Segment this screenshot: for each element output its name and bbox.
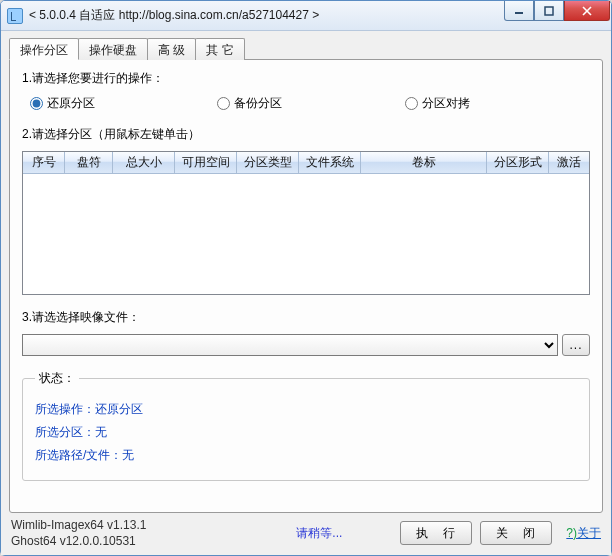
status-legend: 状态： <box>35 370 79 387</box>
execute-button[interactable]: 执 行 <box>400 521 472 545</box>
about-label: 关于 <box>577 526 601 540</box>
grid-body[interactable] <box>23 174 589 294</box>
col-active[interactable]: 激活 <box>549 152 589 174</box>
col-label[interactable]: 卷标 <box>361 152 487 174</box>
image-file-combo[interactable] <box>22 334 558 356</box>
window-title: < 5.0.0.4 自适应 http://blog.sina.com.cn/a5… <box>29 7 504 24</box>
minimize-icon <box>514 6 524 16</box>
radio-clone-label: 分区对拷 <box>422 95 470 112</box>
tab-disk-ops[interactable]: 操作硬盘 <box>78 38 148 60</box>
tab-pane-partition: 1.请选择您要进行的操作： 还原分区 备份分区 分区对拷 2.请选择分区（用鼠标… <box>9 59 603 513</box>
section2-label: 2.请选择分区（用鼠标左键单击） <box>22 126 590 143</box>
footer: Wimlib-Imagex64 v1.13.1 Ghost64 v12.0.0.… <box>9 513 603 551</box>
status-op: 所选操作：还原分区 <box>35 401 577 418</box>
version-wimlib: Wimlib-Imagex64 v1.13.1 <box>11 517 146 533</box>
tab-advanced[interactable]: 高 级 <box>147 38 196 60</box>
radio-clone[interactable] <box>405 97 418 110</box>
col-letter[interactable]: 盘符 <box>65 152 113 174</box>
grid-header-row: 序号 盘符 总大小 可用空间 分区类型 文件系统 卷标 分区形式 激活 <box>23 152 589 174</box>
operation-radio-row: 还原分区 备份分区 分区对拷 <box>22 95 590 126</box>
tab-strip: 操作分区 操作硬盘 高 级 其 它 <box>9 38 603 60</box>
col-total[interactable]: 总大小 <box>113 152 175 174</box>
col-free[interactable]: 可用空间 <box>175 152 237 174</box>
status-part: 所选分区：无 <box>35 424 577 441</box>
titlebar[interactable]: < 5.0.0.4 自适应 http://blog.sina.com.cn/a5… <box>1 1 611 31</box>
status-path: 所选路径/文件：无 <box>35 447 577 464</box>
col-scheme[interactable]: 分区形式 <box>487 152 549 174</box>
svg-rect-1 <box>545 7 553 15</box>
client-area: 操作分区 操作硬盘 高 级 其 它 1.请选择您要进行的操作： 还原分区 备份分… <box>1 31 611 555</box>
image-file-row: ... <box>22 334 590 356</box>
section1-label: 1.请选择您要进行的操作： <box>22 70 590 87</box>
tab-partition-ops[interactable]: 操作分区 <box>9 38 79 60</box>
radio-backup[interactable] <box>217 97 230 110</box>
partition-grid[interactable]: 序号 盘符 总大小 可用空间 分区类型 文件系统 卷标 分区形式 激活 <box>22 151 590 295</box>
app-icon <box>7 8 23 24</box>
radio-restore-wrap[interactable]: 还原分区 <box>30 95 207 112</box>
radio-clone-wrap[interactable]: 分区对拷 <box>405 95 582 112</box>
help-icon: ?) <box>566 526 577 540</box>
close-icon <box>581 6 593 16</box>
col-fs[interactable]: 文件系统 <box>299 152 361 174</box>
radio-restore-label: 还原分区 <box>47 95 95 112</box>
section3-label: 3.请选选择映像文件： <box>22 309 590 326</box>
wait-text: 请稍等... <box>296 525 342 542</box>
window-controls <box>504 1 610 21</box>
col-ptype[interactable]: 分区类型 <box>237 152 299 174</box>
version-block: Wimlib-Imagex64 v1.13.1 Ghost64 v12.0.0.… <box>11 517 146 549</box>
browse-button[interactable]: ... <box>562 334 590 356</box>
col-index[interactable]: 序号 <box>23 152 65 174</box>
radio-restore[interactable] <box>30 97 43 110</box>
minimize-button[interactable] <box>504 1 534 21</box>
about-link[interactable]: ?)关于 <box>566 525 601 542</box>
radio-backup-wrap[interactable]: 备份分区 <box>217 95 394 112</box>
tab-other[interactable]: 其 它 <box>195 38 244 60</box>
radio-backup-label: 备份分区 <box>234 95 282 112</box>
maximize-button[interactable] <box>534 1 564 21</box>
main-window: < 5.0.0.4 自适应 http://blog.sina.com.cn/a5… <box>0 0 612 556</box>
close-app-button[interactable]: 关 闭 <box>480 521 552 545</box>
close-button[interactable] <box>564 1 610 21</box>
status-group: 状态： 所选操作：还原分区 所选分区：无 所选路径/文件：无 <box>22 370 590 481</box>
version-ghost: Ghost64 v12.0.0.10531 <box>11 533 146 549</box>
maximize-icon <box>544 6 554 16</box>
